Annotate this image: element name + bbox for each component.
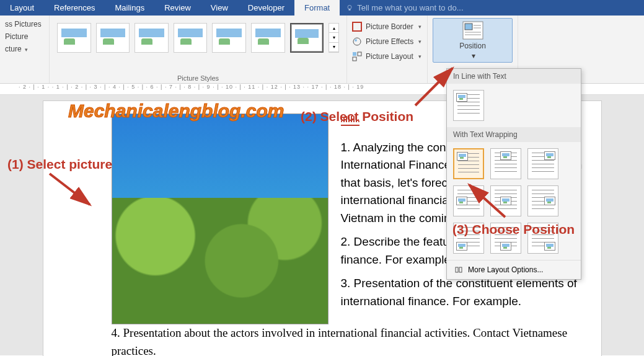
arrow-2 <box>409 62 459 112</box>
annotation-3: (3) Choose Position <box>452 222 575 237</box>
svg-rect-9 <box>465 24 472 30</box>
position-dropdown: In Line with Text With Text Wrapping Mor… <box>446 68 581 280</box>
tell-me-search[interactable]: Tell me what you want to do... <box>340 0 644 16</box>
lightbulb-icon <box>346 4 353 12</box>
tab-mailings[interactable]: Mailings <box>105 0 155 16</box>
picture-style-4[interactable] <box>174 23 208 53</box>
more-layout-options[interactable]: More Layout Options... <box>447 260 581 279</box>
tab-view[interactable]: View <box>201 0 238 16</box>
paragraph-3: 3. Presentation of the constituent eleme… <box>341 275 583 310</box>
picture-style-6[interactable] <box>251 23 285 53</box>
picture-style-5[interactable] <box>212 23 246 53</box>
picture-style-3[interactable] <box>135 23 169 53</box>
svg-rect-6 <box>358 52 361 56</box>
compress-pictures[interactable]: ss Pictures <box>4 18 45 30</box>
layout-options-icon <box>454 265 463 274</box>
selected-picture[interactable] <box>112 113 329 324</box>
position-top-left[interactable] <box>453 148 484 179</box>
tab-review[interactable]: Review <box>154 0 201 16</box>
svg-rect-2 <box>353 22 361 31</box>
position-top-right[interactable] <box>527 148 558 179</box>
svg-line-38 <box>415 68 452 105</box>
layout-icon <box>352 51 362 61</box>
annotation-1: (1) Select picture <box>7 157 112 172</box>
effects-icon <box>352 37 362 47</box>
tab-layout[interactable]: Layout <box>0 0 44 16</box>
picture-styles-more[interactable]: ▴▾▾ <box>329 23 339 53</box>
watermark-text: Mechanicalengblog.com <box>68 100 284 122</box>
position-middle-right[interactable] <box>527 185 558 216</box>
svg-rect-7 <box>353 57 356 61</box>
svg-line-36 <box>50 174 90 205</box>
position-button[interactable]: Position▾ <box>433 18 513 63</box>
svg-rect-34 <box>459 267 462 272</box>
annotation-2: (2) Select Position <box>301 109 413 124</box>
paragraph-4: 4. Presentation about the actors involve… <box>112 324 583 356</box>
group-label-styles: Picture Styles <box>50 74 346 82</box>
position-top-center[interactable] <box>490 148 521 179</box>
picture-styles-group: ▴▾▾ Picture Styles <box>50 16 347 83</box>
tab-format[interactable]: Format <box>294 0 340 16</box>
picture-style-7[interactable] <box>290 23 324 53</box>
adjust-group: ss Pictures Picture cture ▾ <box>0 16 50 83</box>
svg-point-3 <box>353 38 361 45</box>
inline-section-label: In Line with Text <box>447 69 581 84</box>
svg-rect-33 <box>456 267 458 272</box>
svg-point-4 <box>355 39 357 42</box>
svg-line-40 <box>469 185 505 217</box>
picture-border[interactable]: Picture Border▾ <box>351 19 423 34</box>
border-icon <box>352 22 362 32</box>
position-icon <box>462 20 484 40</box>
tab-developer[interactable]: Developer <box>238 0 294 16</box>
reset-picture[interactable]: cture ▾ <box>4 43 45 55</box>
picture-style-2[interactable] <box>96 23 130 53</box>
svg-point-0 <box>348 5 351 9</box>
arrow-3 <box>462 180 511 223</box>
svg-rect-5 <box>353 52 356 56</box>
arrow-1 <box>43 171 99 214</box>
tab-references[interactable]: References <box>44 0 105 16</box>
wrapping-section-label: With Text Wrapping <box>447 127 581 142</box>
change-picture[interactable]: Picture <box>4 30 45 43</box>
picture-effects[interactable]: Picture Effects▾ <box>351 34 423 49</box>
svg-rect-1 <box>349 9 351 10</box>
picture-style-1[interactable] <box>57 23 91 53</box>
